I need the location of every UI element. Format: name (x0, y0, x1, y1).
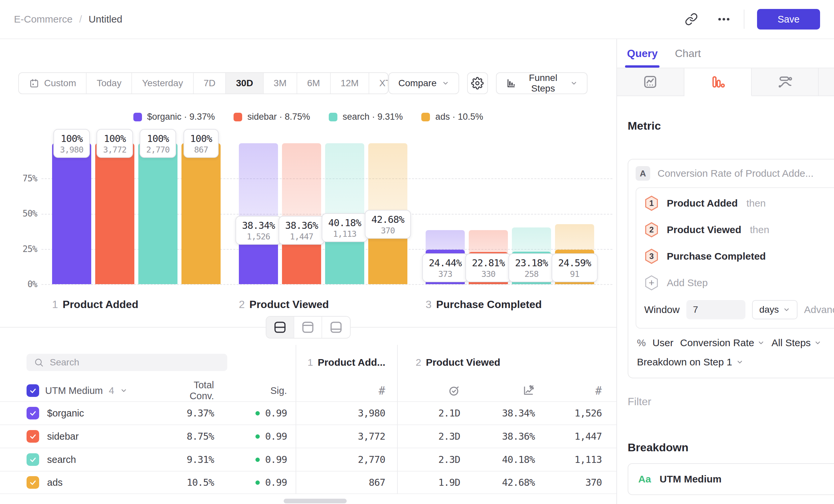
range-button-custom[interactable]: Custom (19, 73, 87, 93)
bar-sidebar-step2[interactable]: 38.36%1,447 (282, 143, 321, 284)
range-button-6m[interactable]: 6M (297, 73, 331, 93)
breakdown-column-header[interactable]: UTM Medium 4 (26, 384, 179, 397)
table-row-ads[interactable]: ads10.5%0.998671.9D42.68%370 (0, 471, 616, 494)
breakdown-column-label: UTM Medium (45, 385, 103, 396)
sig-cell: 0.99 (214, 454, 295, 465)
range-button-yesterday[interactable]: Yesterday (132, 73, 194, 93)
add-step-button[interactable]: + Add Step (636, 270, 834, 296)
row-checkbox[interactable] (26, 476, 39, 489)
bar-sidebar-step3[interactable]: 22.81%330 (469, 143, 508, 284)
advanced-dropdown[interactable]: Advanced (804, 304, 834, 315)
breadcrumb-parent[interactable]: E-Commerce (14, 14, 73, 25)
layout-chart-only-button[interactable] (294, 317, 322, 338)
breakdown-item-utm-medium[interactable]: Aa UTM Medium (628, 463, 834, 495)
row-checkbox[interactable] (26, 430, 39, 443)
range-button-xtd[interactable]: XTD (369, 73, 389, 93)
row-checkbox[interactable] (26, 407, 39, 419)
bar-ads-step3[interactable]: 24.59%91 (555, 143, 594, 284)
breakdown-on-label: Breakdown on Step 1 (637, 357, 732, 368)
added-count-cell: 2,770 (295, 454, 397, 465)
legend-item-organic[interactable]: $organic · 9.37% (133, 112, 215, 122)
tab-grid-chart[interactable] (819, 68, 834, 96)
viewed-count-column-icon[interactable]: # (535, 384, 610, 397)
horizontal-scrollbar-thumb[interactable] (284, 499, 347, 503)
bar-sidebar-step1[interactable]: 100%3,772 (95, 143, 134, 284)
range-button-today[interactable]: Today (87, 73, 132, 93)
compare-button[interactable]: Compare (389, 72, 459, 94)
search-input[interactable] (50, 357, 220, 368)
funnel-step-group-3: 24.44%37322.81%33023.18%25824.59%91 (425, 143, 594, 284)
layout-split-button[interactable] (266, 317, 294, 338)
funnel-step-1[interactable]: 1 Product Added then (636, 190, 834, 216)
bar-organic-step3[interactable]: 24.44%373 (425, 143, 465, 284)
layout-table-only-button[interactable] (322, 317, 350, 338)
funnel-step-group-2: 38.34%1,52638.36%1,44740.18%1,11342.68%3… (239, 143, 408, 284)
tab-line-chart[interactable] (617, 68, 684, 96)
viewed-time-cell: 2.3D (397, 454, 460, 465)
sig-header[interactable]: Sig. (214, 385, 295, 396)
range-button-3m[interactable]: 3M (264, 73, 297, 93)
bar-search-step1[interactable]: 100%2,770 (138, 143, 177, 284)
bar-organic-step1[interactable]: 100%3,980 (52, 143, 91, 284)
query-sidebar: Query Chart (616, 39, 834, 504)
metric-title-row[interactable]: A Conversion Rate of Product Adde... (636, 166, 834, 181)
tab-flow-chart[interactable] (752, 68, 819, 96)
table-search (26, 354, 227, 371)
bar-count-label: 1,113 (328, 229, 361, 239)
window-value-input[interactable] (686, 300, 745, 319)
save-button[interactable]: Save (757, 9, 820, 29)
bar-fill (138, 143, 177, 284)
total-conv-header[interactable]: Total Conv. (179, 380, 214, 402)
share-link-icon[interactable] (685, 13, 698, 26)
breakdown-item-label: UTM Medium (659, 474, 722, 485)
more-options-icon[interactable] (717, 12, 731, 26)
range-button-7d[interactable]: 7D (194, 73, 226, 93)
bar-organic-step2[interactable]: 38.34%1,526 (239, 143, 278, 284)
window-unit-dropdown[interactable]: days (752, 300, 797, 319)
step-number-badge: 3 (644, 248, 659, 264)
range-label: Today (96, 78, 122, 89)
legend-item-ads[interactable]: ads · 10.5% (421, 112, 483, 122)
bar-count-label: 3,980 (60, 145, 83, 155)
breadcrumb-current[interactable]: Untitled (89, 14, 123, 25)
bar-ads-step2[interactable]: 42.68%370 (368, 143, 408, 284)
viewed-conversion-column-icon[interactable] (460, 384, 535, 397)
range-button-12m[interactable]: 12M (331, 73, 369, 93)
chart-type-dropdown[interactable]: Funnel Steps (496, 72, 588, 94)
table-row-search[interactable]: search9.31%0.992,7702.3D40.18%1,113 (0, 448, 616, 471)
funnel-step-3[interactable]: 3 Purchase Completed (636, 243, 834, 270)
tab-chart[interactable]: Chart (675, 39, 701, 68)
select-all-checkbox[interactable] (26, 384, 39, 397)
bar-search-step2[interactable]: 40.18%1,113 (325, 143, 364, 284)
tab-query[interactable]: Query (627, 39, 658, 68)
added-count-column-icon[interactable]: # (295, 384, 397, 397)
measure-scope-dropdown[interactable]: All Steps (771, 337, 821, 348)
table-row-organic[interactable]: $organic9.37%0.993,9802.1D38.34%1,526 (0, 401, 616, 425)
legend-item-sidebar[interactable]: sidebar · 8.75% (234, 112, 310, 122)
funnel-step-2[interactable]: 2 Product Viewed then (636, 216, 834, 243)
bar-data-label: 24.59%91 (552, 253, 598, 282)
legend-item-search[interactable]: search · 9.31% (329, 112, 403, 122)
breakdown-on-dropdown[interactable]: Breakdown on Step 1 (637, 357, 834, 368)
bar-search-step3[interactable]: 23.18%258 (512, 143, 551, 284)
measure-user-label[interactable]: User (653, 337, 674, 348)
range-button-30d[interactable]: 30D (226, 73, 263, 93)
property-type-badge: Aa (638, 474, 651, 485)
breakdown-section-header: Breakdown (628, 441, 834, 454)
legend-label: sidebar · 8.75% (247, 112, 310, 122)
added-count-cell: 867 (295, 477, 397, 488)
measure-metric-dropdown[interactable]: Conversion Rate (680, 337, 765, 348)
bar-ads-step1[interactable]: 100%867 (181, 143, 221, 284)
range-label: 7D (204, 78, 216, 89)
table-row-sidebar[interactable]: sidebar8.75%0.993,7722.3D38.36%1,447 (0, 425, 616, 448)
sig-status-dot (256, 434, 260, 439)
table-group-header-row: 1 Product Add... 2 Product Viewed (0, 345, 616, 380)
step-label-2: 2Product Viewed (239, 298, 329, 311)
bar-pct-label: 40.18% (328, 217, 361, 228)
row-name-label: $organic (47, 408, 84, 419)
step-suffix: then (746, 198, 766, 209)
chart-settings-button[interactable] (467, 72, 488, 94)
tab-funnel-chart[interactable] (684, 68, 752, 96)
row-checkbox[interactable] (26, 453, 39, 466)
viewed-time-column-icon[interactable] (397, 384, 460, 397)
